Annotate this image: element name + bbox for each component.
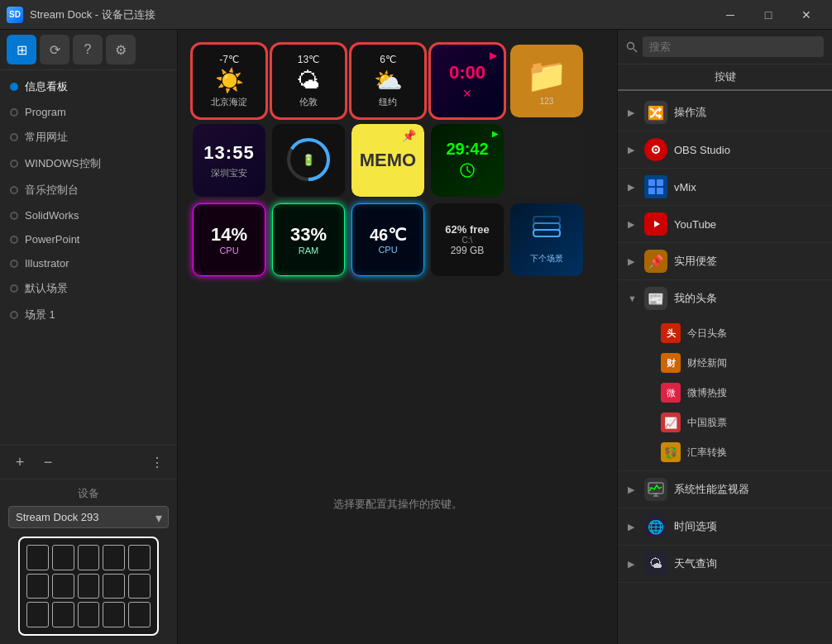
plugin-subitem-toutiao[interactable]: 头 今日头条 [618, 318, 832, 348]
svg-point-13 [655, 149, 657, 151]
button-weather-beijing[interactable]: -7℃ ☀️ 北京海淀 [193, 45, 265, 117]
plugin-header-workflow[interactable]: ▶ 🔀 操作流 [618, 94, 832, 131]
grid-cell[interactable] [26, 574, 49, 599]
sidebar-item-solidworks[interactable]: SolidWorks [0, 203, 177, 227]
plugin-header-vmix[interactable]: ▶ vMix [618, 169, 832, 205]
svg-rect-6 [533, 230, 560, 236]
chevron-right-icon: ▶ [628, 522, 638, 532]
close-button[interactable]: ✕ [787, 0, 825, 30]
button-folder[interactable]: 📁 123 [510, 45, 583, 117]
button-empty-1[interactable] [510, 124, 583, 197]
plugin-subicon-toutiao: 头 [661, 323, 681, 343]
button-cpu-temp[interactable]: 46℃ CPU [351, 203, 424, 276]
toolbar-help-button[interactable]: ? [73, 35, 103, 64]
plugin-header-youtube[interactable]: ▶ YouTube [618, 206, 832, 242]
sidebar-item-websites[interactable]: 常用网址 [0, 124, 177, 150]
maximize-button[interactable]: □ [749, 0, 787, 30]
sidebar-item-program[interactable]: Program [0, 100, 177, 124]
plugin-name-sysmon: 系统性能监视器 [674, 482, 822, 497]
button-weather-london[interactable]: 13℃ 🌤 伦敦 [272, 45, 345, 117]
grid-cell[interactable] [52, 602, 74, 627]
grid-cell[interactable] [52, 574, 74, 599]
add-scene-button[interactable]: + [8, 451, 31, 474]
button-clock[interactable]: 13:55 深圳宝安 [193, 124, 265, 197]
button-memo[interactable]: 📌 MEMO [351, 124, 424, 197]
grid-cell[interactable] [128, 574, 151, 599]
minimize-button[interactable]: ─ [711, 0, 749, 30]
toolbar-settings-button[interactable]: ⚙ [106, 35, 136, 64]
grid-cell[interactable] [128, 545, 151, 570]
scene-dot [10, 83, 18, 91]
button-cpu-usage[interactable]: 14% CPU [193, 203, 265, 276]
toolbar-profile-button[interactable]: ⊞ [7, 35, 36, 64]
device-preview [0, 528, 177, 644]
grid-cell[interactable] [128, 602, 151, 627]
plugin-icon-notes: 📌 [644, 250, 667, 273]
toolbar-refresh-button[interactable]: ⟳ [40, 35, 69, 64]
sidebar-item-default[interactable]: 默认场景 [0, 275, 177, 302]
plugin-header-time[interactable]: ▶ 🌐 时间选项 [618, 508, 832, 545]
button-next-scene[interactable]: 下个场景 [510, 203, 583, 276]
plugin-section-headlines: ▼ 📰 我的头条 头 今日头条 财 财经新闻 [618, 280, 832, 471]
sidebar-item-windows[interactable]: WINDOWS控制 [0, 150, 177, 177]
search-icon [626, 41, 638, 53]
sidebar-item-powerpoint[interactable]: PowerPoint [0, 227, 177, 251]
sidebar-item-scene1[interactable]: 场景 1 [0, 302, 177, 328]
grid-cell[interactable] [78, 602, 100, 627]
plugin-header-sysmon[interactable]: ▶ 系统性能监视器 [618, 471, 832, 508]
grid-cell[interactable] [103, 545, 125, 570]
remove-scene-button[interactable]: − [36, 451, 60, 474]
grid-cell[interactable] [26, 602, 49, 627]
plugin-header-headlines[interactable]: ▼ 📰 我的头条 [618, 280, 832, 317]
grid-cell[interactable] [103, 574, 125, 599]
keys-tab[interactable]: 按键 [618, 64, 832, 91]
cpu-temp-value: 46℃ [370, 225, 406, 245]
ram-label: RAM [290, 246, 327, 255]
grid-cell[interactable] [78, 545, 100, 570]
sidebar-item-infopanel[interactable]: 信息看板 [0, 74, 177, 100]
grid-cell[interactable] [78, 574, 100, 599]
scene-dot [10, 311, 18, 319]
plugin-header-notes[interactable]: ▶ 📌 实用便签 [618, 243, 832, 279]
button-weather-newyork[interactable]: 6℃ ⛅ 纽约 [351, 45, 424, 117]
button-battery[interactable]: 🔋 [272, 124, 345, 197]
plugin-subname-stocks: 中国股票 [687, 416, 727, 430]
search-input[interactable] [643, 36, 824, 57]
plugin-subitem-stocks[interactable]: 📈 中国股票 [618, 408, 832, 437]
chevron-right-icon: ▶ [628, 182, 638, 193]
device-select[interactable]: Stream Dock 293 [8, 506, 169, 528]
grid-cell[interactable] [103, 602, 125, 627]
ram-value: 33% [290, 224, 327, 246]
sidebar-item-illustrator[interactable]: Illustrator [0, 251, 177, 275]
svg-line-5 [467, 170, 471, 173]
button-timer[interactable]: ▶ 29:42 [431, 124, 504, 197]
plugin-subitem-exchange[interactable]: 💱 汇率转换 [618, 437, 832, 467]
weather-temp: 13℃ [298, 54, 319, 65]
plugin-icon-youtube [644, 212, 667, 236]
anim-timer-time: 0:00 [449, 62, 485, 83]
plugin-items-headlines: 头 今日头条 财 财经新闻 微 微博热搜 📈 [618, 317, 832, 470]
grid-cell[interactable] [26, 545, 49, 570]
plugin-subitem-financial[interactable]: 财 财经新闻 [618, 348, 832, 378]
memo-pin-icon: 📌 [402, 129, 416, 142]
plugin-subicon-stocks: 📈 [661, 413, 681, 432]
sidebar-item-music[interactable]: 音乐控制台 [0, 177, 177, 203]
svg-rect-17 [657, 188, 663, 194]
scene-dot [10, 160, 18, 168]
grid-cell[interactable] [52, 545, 74, 570]
svg-line-10 [634, 49, 637, 52]
plugin-header-weather[interactable]: ▶ 🌤 天气查询 [618, 546, 832, 582]
cpu-label: CPU [211, 246, 247, 255]
svg-rect-16 [648, 188, 655, 194]
button-anim-timer[interactable]: ▶ 0:00 ✕ [431, 45, 504, 117]
plugin-section-youtube: ▶ YouTube [618, 206, 832, 243]
scene-options-icon[interactable]: ⋮ [146, 451, 169, 474]
plugin-header-obs[interactable]: ▶ OBS Studio [618, 131, 832, 168]
button-disk[interactable]: 62% free C:\ 299 GB [431, 203, 504, 276]
button-ram-usage[interactable]: 33% RAM [272, 203, 345, 276]
scene-dot [10, 186, 18, 194]
play-icon: ▶ [492, 129, 499, 138]
plugin-subitem-weibo[interactable]: 微 微博热搜 [618, 378, 832, 408]
app-icon: SD [7, 7, 23, 23]
plugin-section-notes: ▶ 📌 实用便签 [618, 243, 832, 280]
